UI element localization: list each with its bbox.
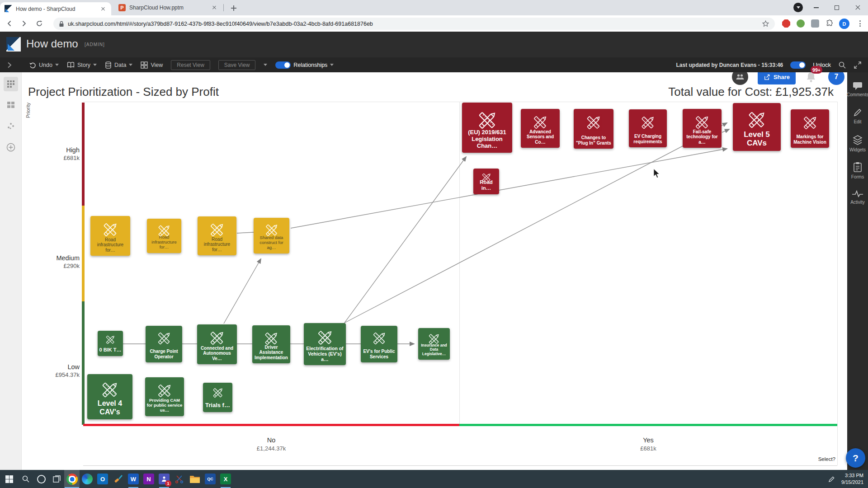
taskbar-onenote[interactable]: N [141,470,156,488]
onenote-icon: N [143,474,154,484]
story-tile-10[interactable]: Road infrastructure for… [198,216,236,255]
story-tile-5[interactable]: Level 5 CAVs [733,103,781,151]
browser-menu-icon[interactable] [856,19,864,28]
taskbar-chrome[interactable] [64,470,80,488]
help-button[interactable]: ? [846,448,865,468]
story-tile-3[interactable]: EV Charging requirements [629,109,667,147]
search-icon[interactable] [838,61,846,69]
story-tile-14[interactable]: Connected and Autonomous Ve… [197,324,237,364]
story-tile-16[interactable]: Electrification of Vehicles (EV's) a… [304,323,346,365]
sidebar-item-edit[interactable]: Edit [847,108,868,124]
window-maximize-button[interactable] [826,0,847,15]
story-tile-12[interactable]: 0 BIK T… [98,331,123,356]
taskbar-outlook[interactable]: O [95,470,110,488]
sidebar-label: Edit [854,119,861,124]
taskbar-snip[interactable] [172,470,187,488]
browser-tab-inactive[interactable]: P SharpCloud How.pptm [114,0,222,15]
adblock-extension-icon[interactable] [782,19,790,28]
save-view-button[interactable]: Save View [218,60,255,70]
new-tab-button[interactable] [229,3,239,13]
story-tile-7[interactable]: Road in… [473,169,499,194]
story-tile-8[interactable]: Road infrastructure for… [90,216,130,256]
view-toolbar: Undo Story Data View Reset View Save Vie… [0,57,868,72]
story-tile-1[interactable]: Advanced Sensors and Co… [521,109,560,148]
relationships-caret-icon[interactable] [330,64,334,66]
undo-caret-icon[interactable] [55,64,59,66]
green-extension-icon[interactable] [797,19,805,28]
pencil-ruler-icon [102,221,119,238]
unlock-toggle[interactable] [790,61,806,69]
view-thumbnail-2[interactable] [4,98,18,112]
browser-tab-active[interactable]: How demo - SharpCloud [0,2,111,15]
gray-extension-icon[interactable] [811,19,819,28]
axis-segment-yes [459,424,837,426]
view-options-caret[interactable] [264,64,267,66]
undo-button[interactable]: Undo [29,61,59,69]
sidebar-item-forms[interactable]: Forms [847,162,868,179]
forward-button[interactable] [18,18,30,29]
toggle-on-icon[interactable] [275,61,291,69]
taskbar-clock[interactable]: 3:33 PM 9/15/2021 [841,472,863,486]
pencil-ruler-icon [264,331,279,347]
taskbar-teams[interactable]: 1 [156,470,172,488]
data-menu-button[interactable]: Data [105,61,132,69]
story-menu-button[interactable]: Story [67,61,97,68]
browser-profile-avatar[interactable]: D [839,19,849,29]
story-tile-20[interactable]: Providing CAM for public service us… [145,377,184,416]
story-caret-icon[interactable] [93,64,97,66]
select-label[interactable]: Select? [796,456,835,462]
sidebar-item-widgets[interactable]: Widgets [847,135,868,152]
story-tile-13[interactable]: Charge Point Operator [146,326,182,362]
sidebar-item-activity[interactable]: Activity [847,190,868,205]
view-title: Project Prioritization - Sized by Profit [28,85,219,99]
cortana-button[interactable] [33,470,49,488]
bookmark-star-icon[interactable] [762,20,769,28]
taskbar-edge[interactable] [80,470,95,488]
back-button[interactable] [4,18,15,29]
extensions-puzzle-icon[interactable] [826,19,834,28]
taskbar-excel[interactable]: X [218,470,233,488]
windows-ink-pen-icon[interactable] [828,476,835,483]
story-tile-0[interactable]: (EU) 2019/631 Legislation Chan… [462,103,512,153]
sidebar-item-comments[interactable]: Comments [847,81,868,97]
taskbar-paint[interactable] [110,470,126,488]
window-minimize-button[interactable] [806,0,826,15]
view-menu-button[interactable]: View [141,61,163,69]
story-tile-21[interactable]: Trials f… [203,383,232,412]
add-view-button[interactable] [4,140,18,155]
url-omnibox[interactable]: uk.sharpcloud.com/html/#/story/a379bd87-… [53,18,775,30]
story-tile-4[interactable]: Fail-safe technology for a… [683,109,722,148]
story-tile-19[interactable]: Level 4 CAV's [87,374,132,419]
story-tile-18[interactable]: Insurance and Data Legislative… [418,328,450,360]
fullscreen-icon[interactable] [854,61,862,69]
edit-pencil-icon [853,108,863,117]
story-tile-15[interactable]: Driver Assistance Implementation [252,325,290,363]
reload-button[interactable] [33,18,45,29]
story-tile-2[interactable]: Changes to "Plug In" Grants [574,109,613,149]
task-view-button[interactable] [49,470,64,488]
browser-extras-icon[interactable] [793,3,803,12]
collapse-panel-button[interactable] [7,62,12,68]
plus-circle-icon [6,143,15,152]
view-thumbnail-selected[interactable] [4,77,18,91]
view-thumbnail-3[interactable] [4,118,18,133]
taskbar-word[interactable]: W [126,470,141,488]
story-tile-9[interactable]: Road infrastructure for… [147,219,181,253]
story-tile-17[interactable]: EV's for Public Services [361,326,397,362]
taskbar-file-explorer[interactable] [187,470,203,488]
tab-close-icon[interactable] [211,4,218,11]
taskbar-search-button[interactable] [18,470,33,488]
relationships-toggle[interactable]: Relationships [275,61,334,69]
data-caret-icon[interactable] [129,64,132,66]
start-button[interactable] [0,470,18,488]
relationship-line-9 [291,149,727,228]
reset-view-button[interactable]: Reset View [171,60,210,70]
taskbar-qc-app[interactable]: QC [203,470,218,488]
tab-close-icon[interactable] [99,5,107,13]
story-tile-11[interactable]: Shared data construct for ag… [254,218,289,253]
tile-label: Insurance and Data Legislative… [418,343,450,360]
story-tile-6[interactable]: Markings for Machine Vision [791,109,829,148]
matrix-thumbnail-icon [7,101,15,109]
window-close-button[interactable] [847,0,868,15]
pencil-ruler-icon [481,172,492,183]
